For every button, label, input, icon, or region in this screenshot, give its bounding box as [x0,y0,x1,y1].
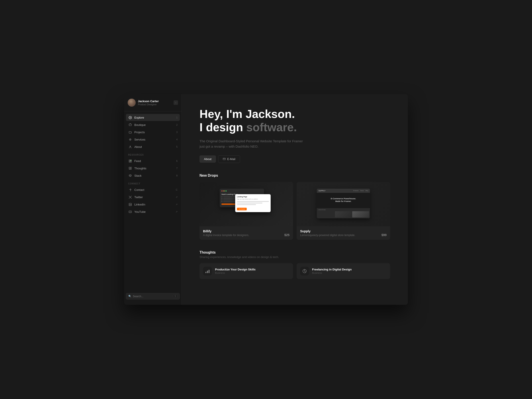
youtube-icon [128,210,132,214]
collapse-button[interactable]: ‹ [174,101,178,105]
sidebar: Jackson Carter Product Designer ‹ Explor… [124,94,182,305]
user-name: Jackson Carter [138,100,171,103]
sidebar-item-youtube[interactable]: YouTube ↗ [126,208,180,215]
thoughts-label: Thoughts [134,167,172,170]
thoughts-section: Thoughts Sharing experiences, knowledge … [200,250,390,279]
productize-icon [203,267,212,276]
productize-info: Productize Your Design Skills Business [215,268,256,274]
billify-info: Billify A digital invoice template for d… [200,226,293,240]
boutique-icon [128,123,132,127]
projects-badge: 3 [174,131,177,133]
svg-point-3 [130,146,131,147]
svg-rect-6 [129,161,130,162]
explore-label: Explore [134,116,172,119]
svg-rect-9 [129,167,130,169]
hero-line2-highlight: software. [246,121,297,134]
thought-card-freelancing[interactable]: Freelancing in Digital Design Business [297,263,390,279]
billify-price: $25 [284,233,290,237]
sidebar-item-boutique[interactable]: Boutique 2 [126,121,180,128]
drop-card-billify[interactable]: SaaS Landing Page Landing [200,182,293,240]
services-badge: 4 [174,138,177,141]
svg-point-8 [130,160,131,161]
new-drops-section: New Drops SaaS Landing Page [200,174,390,240]
sidebar-item-services[interactable]: Services 4 [126,136,180,143]
sidebar-item-feed[interactable]: Feed 6 [126,157,180,165]
billify-card-image: SaaS Landing Page Landing [200,182,293,226]
contact-label: Contact [134,188,172,191]
explore-badge: 1 [174,116,177,119]
about-icon [128,145,132,149]
thought-card-productize[interactable]: Productize Your Design Skills Business [200,263,293,279]
sidebar-item-stack[interactable]: Stack 8 [126,172,180,179]
hero-headline: Hey, I'm Jackson. I design software. [200,108,390,134]
drops-grid: SaaS Landing Page Landing [200,182,390,240]
sidebar-item-projects[interactable]: Projects 3 [126,129,180,136]
freelancing-info: Freelancing in Digital Design Business [312,268,352,274]
hero-line2-prefix: I design [200,121,246,134]
sidebar-item-explore[interactable]: Explore 1 [126,114,180,121]
projects-icon [128,130,132,134]
connect-section-label: CONNECT [126,179,180,186]
email-button[interactable]: E-Mail [218,155,240,163]
linkedin-icon [128,202,132,206]
twitter-badge: ↗ [174,196,177,199]
email-label: E-Mail [227,157,235,161]
productize-category: Business [215,272,256,274]
freelancing-icon [300,267,309,276]
supply-mockup: SUPPLY Products About Blog E-Commerce Po… [312,186,374,222]
search-icon: 🔍 [128,295,132,298]
search-input[interactable] [133,295,172,298]
user-title: Product Designer [138,103,171,106]
freelancing-category: Business [312,272,352,274]
drop-card-supply[interactable]: SUPPLY Products About Blog E-Commerce Po… [297,182,390,240]
search-bar[interactable]: 🔍 S [126,293,180,299]
contact-badge: C [174,188,177,191]
explore-icon [128,115,132,120]
projects-label: Projects [134,131,172,134]
main-content: Hey, I'm Jackson. I design software. The… [182,94,408,305]
sidebar-item-contact[interactable]: Contact C [126,186,180,193]
search-shortcut: S [173,295,177,298]
app-window: Jackson Carter Product Designer ‹ Explor… [124,94,408,305]
twitter-icon [128,195,132,199]
sidebar-item-about[interactable]: About 5 [126,143,180,150]
svg-rect-16 [209,270,209,273]
thoughts-icon [128,166,132,170]
feed-label: Feed [134,159,172,163]
svg-rect-4 [129,160,130,161]
stack-icon [128,174,132,177]
resources-section-label: RESOURCES [126,151,180,157]
sidebar-item-twitter[interactable]: Twitter ↗ [126,194,180,201]
stack-label: Stack [134,174,172,177]
avatar [128,99,136,107]
sidebar-item-linkedin[interactable]: LinkedIn ↗ [126,201,180,208]
sidebar-navigation: Explore 1 Boutique 2 [124,111,182,291]
svg-point-1 [130,117,131,118]
thoughts-title: Thoughts [200,250,390,254]
stack-badge: 8 [174,174,177,177]
hero-line1: Hey, I'm Jackson. [200,108,295,120]
about-label: About [134,145,172,149]
youtube-label: YouTube [134,210,172,214]
hero-actions: About E-Mail [200,155,390,163]
sidebar-item-thoughts[interactable]: Thoughts 7 [126,165,180,172]
sidebar-header: Jackson Carter Product Designer ‹ [124,94,182,111]
twitter-label: Twitter [134,196,172,199]
thoughts-header: Thoughts Sharing experiences, knowledge … [200,250,390,259]
supply-info: Supply Lemonsqueezy-powered digital stor… [297,226,390,240]
linkedin-label: LinkedIn [134,203,172,206]
billify-desc: A digital invoice template for designers… [203,234,249,237]
about-badge: 5 [174,146,177,148]
about-button[interactable]: About [200,155,216,163]
supply-name: Supply [300,229,355,233]
thoughts-subtitle: Sharing experiences, knowledge and video… [200,255,390,259]
supply-price: $99 [381,233,386,237]
thoughts-badge: 7 [174,167,177,170]
contact-icon [128,188,132,192]
svg-rect-14 [205,272,206,273]
user-info: Jackson Carter Product Designer [138,100,171,106]
svg-rect-10 [130,167,132,169]
productize-name: Productize Your Design Skills [215,268,256,271]
svg-rect-15 [207,271,208,273]
supply-desc: Lemonsqueezy-powered digital store templ… [300,234,355,237]
